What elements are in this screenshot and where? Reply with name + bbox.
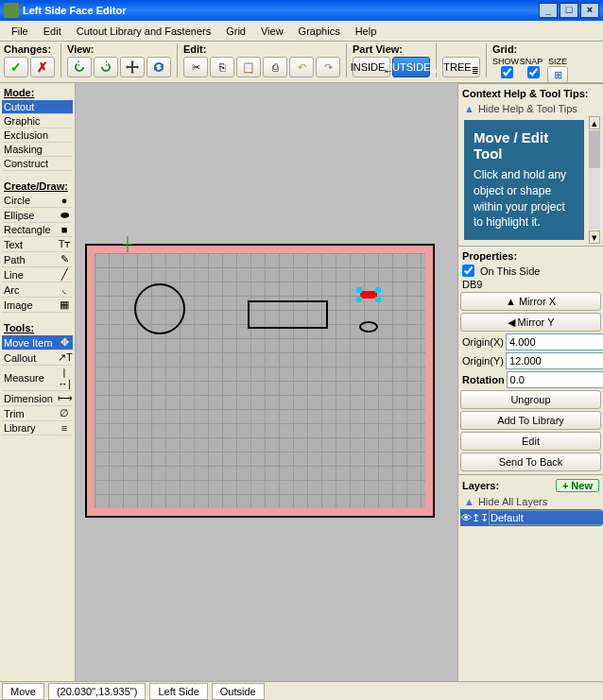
draw-line[interactable]: Line╱ (2, 267, 73, 282)
menu-help[interactable]: Help (348, 24, 385, 39)
canvas[interactable]: ┼ (76, 83, 457, 682)
status-view: Outside (212, 683, 265, 700)
send-to-back-button[interactable]: Send To Back (460, 452, 601, 471)
layer-name-input[interactable] (489, 510, 603, 525)
paste-button[interactable]: 📋 (236, 57, 261, 77)
grid-icon: ⊞ (554, 69, 562, 81)
maximize-button[interactable]: □ (560, 3, 578, 18)
status-mode: Move (2, 683, 44, 700)
on-this-side-checkbox[interactable] (462, 265, 474, 277)
line-icon: ╱ (58, 268, 71, 281)
grid-snap-checkbox[interactable] (527, 66, 540, 78)
draw-path[interactable]: Path✎ (2, 252, 73, 267)
redo-button[interactable]: ↷ (316, 57, 340, 77)
layer-default[interactable]: 👁 ↥ ↧ (460, 509, 601, 526)
mirror-x-button[interactable]: ▲ Mirror X (460, 292, 601, 311)
collapse-icon: ▲ (464, 103, 474, 114)
help-scroll-up[interactable]: ▴ (589, 116, 600, 129)
dimension-icon: ⟼ (58, 392, 71, 404)
copy-icon: ⎘ (219, 61, 226, 73)
menu-file[interactable]: File (4, 24, 36, 39)
outside-button[interactable]: OUTSIDE⇥ (392, 57, 430, 77)
up-icon[interactable]: ↥ (472, 512, 480, 524)
mode-construct[interactable]: Construct (2, 157, 73, 171)
origin-marker: ┼ (123, 236, 132, 251)
new-layer-button[interactable]: + New (556, 479, 599, 492)
status-coords: (20.030",13.935") (48, 683, 146, 700)
rotate-right-button[interactable] (94, 57, 118, 77)
menu-cutout-library[interactable]: Cutout Library and Fasteners (69, 24, 218, 39)
mode-masking[interactable]: Masking (2, 143, 73, 157)
move-tool-icon: ✥ (58, 336, 71, 349)
grid-show-checkbox[interactable] (501, 66, 513, 78)
undo-button[interactable]: ↶ (289, 57, 314, 77)
mode-header: Mode: (2, 85, 73, 100)
minimize-button[interactable]: _ (539, 3, 558, 18)
tool-dimension[interactable]: Dimension⟼ (2, 391, 73, 406)
down-icon[interactable]: ↧ (480, 512, 489, 524)
menu-view[interactable]: View (253, 24, 291, 39)
toolbar-edit-label: Edit: (183, 43, 340, 55)
draw-image[interactable]: Image▦ (2, 298, 73, 313)
help-scroll-down[interactable]: ▾ (589, 230, 600, 244)
mode-exclusion[interactable]: Exclusion (2, 128, 73, 143)
object-ellipse[interactable] (359, 321, 378, 333)
menu-graphics[interactable]: Graphics (291, 24, 348, 39)
menu-bar: File Edit Cutout Library and Fasteners G… (0, 21, 603, 42)
origin-x-input[interactable] (506, 333, 603, 350)
mirror-y-button[interactable]: ◀ Mirror Y (460, 313, 601, 332)
tool-measure[interactable]: Measure|↔| (2, 366, 73, 391)
add-to-library-button[interactable]: Add To Library (460, 411, 601, 430)
draw-circle[interactable]: Circle● (2, 194, 73, 208)
context-help-header: Context Help & Tool Tips: (460, 86, 601, 101)
arc-icon: ◟ (58, 283, 71, 296)
tool-trim[interactable]: Trim∅ (2, 406, 73, 421)
refresh-icon (151, 60, 166, 75)
window-title: Left Side Face Editor (23, 5, 537, 16)
tool-library[interactable]: Library≡ (2, 421, 73, 435)
refresh-button[interactable] (146, 57, 171, 77)
edit-button[interactable]: Edit (460, 432, 601, 451)
image-icon: ▦ (58, 299, 71, 311)
callout-icon: ↗T (58, 351, 71, 364)
object-selected-db9[interactable] (360, 291, 377, 299)
menu-grid[interactable]: Grid (218, 24, 253, 39)
object-circle[interactable] (134, 283, 185, 334)
reject-button[interactable]: ✗ (30, 57, 55, 77)
tool-callout[interactable]: Callout↗T (2, 350, 73, 366)
trim-icon: ∅ (58, 407, 71, 419)
object-name: DB9 (460, 278, 601, 291)
pan-button[interactable] (120, 57, 145, 77)
layers-header: Layers:+ New (460, 477, 601, 494)
object-rectangle[interactable] (248, 300, 328, 329)
paste-special-button[interactable]: ⎙ (263, 57, 287, 77)
mode-cutout[interactable]: Cutout (2, 100, 73, 114)
mode-graphic[interactable]: Graphic (2, 114, 73, 128)
help-title: Move / Edit Tool (474, 129, 575, 162)
grid-size-button[interactable]: ⊞ (547, 66, 568, 83)
rotation-input[interactable] (507, 371, 603, 388)
tree-button[interactable]: TREE≣ (442, 57, 480, 77)
draw-ellipse[interactable]: Ellipse⬬ (2, 208, 73, 223)
tool-move[interactable]: Move Item✥ (2, 335, 73, 350)
draw-text[interactable]: TextTᴛ (2, 237, 73, 252)
hide-layers-button[interactable]: ▲Hide All Layers (460, 494, 601, 509)
origin-y-input[interactable] (506, 352, 603, 369)
undo-icon: ↶ (298, 61, 306, 74)
rotate-left-button[interactable] (67, 57, 92, 77)
rotate-left-icon (72, 60, 87, 75)
paste-icon: 📋 (242, 61, 255, 74)
ungroup-button[interactable]: Ungroup (460, 390, 601, 409)
draw-arc[interactable]: Arc◟ (2, 282, 73, 298)
hide-help-button[interactable]: ▲Hide Help & Tool Tips (460, 101, 601, 116)
paste2-icon: ⎙ (272, 61, 279, 73)
measure-icon: |↔| (58, 367, 71, 389)
draw-rectangle[interactable]: Rectangle■ (2, 223, 73, 237)
copy-button[interactable]: ⎘ (210, 57, 234, 77)
accept-button[interactable]: ✓ (4, 57, 28, 77)
scissors-icon: ✂ (192, 61, 200, 74)
cut-button[interactable]: ✂ (183, 57, 208, 77)
eye-icon[interactable]: 👁 (461, 512, 472, 523)
menu-edit[interactable]: Edit (36, 24, 69, 39)
close-button[interactable]: × (580, 3, 599, 18)
